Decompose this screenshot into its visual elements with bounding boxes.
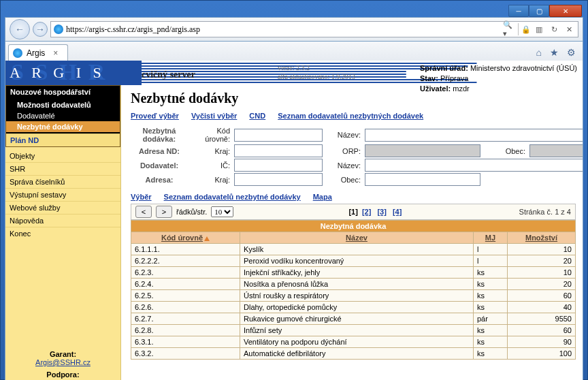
- window-close-button[interactable]: ✕: [549, 5, 582, 17]
- page-link[interactable]: [3]: [377, 208, 386, 216]
- obec-input[interactable]: [365, 173, 480, 186]
- sidebar-item[interactable]: Správa číselníků: [5, 175, 120, 188]
- ie-icon: [54, 25, 63, 34]
- sidebar: Nouzové hospodářství Možnosti dodavatelů…: [5, 85, 121, 380]
- tab-ie-icon: [13, 48, 22, 58]
- sidebar-item[interactable]: SHR: [5, 162, 120, 175]
- orp-readonly: [365, 144, 480, 157]
- filter-link[interactable]: Proveď výběr: [131, 112, 179, 120]
- col-kod[interactable]: Kód úrovně: [131, 232, 240, 244]
- compat-icon[interactable]: ▥: [533, 23, 545, 35]
- filter-link[interactable]: CND: [249, 112, 265, 120]
- filter-link[interactable]: Vyčisti výběr: [191, 112, 237, 120]
- address-bar[interactable]: https://argis-c.sshr.cz/argis_pnd/argis.…: [50, 21, 578, 37]
- page-link: [1]: [348, 208, 357, 216]
- sort-asc-icon: [204, 236, 210, 241]
- kod-input[interactable]: [234, 129, 323, 142]
- garant-mail[interactable]: Argis@SSHR.cz: [35, 358, 91, 366]
- lock-icon: 🔒: [518, 23, 530, 35]
- pager: < > řádků/str. 10 [1] [2] [3] [4] Stránk…: [131, 204, 576, 220]
- table-row[interactable]: 6.3.1.Ventilátory na podporu dýcháníks90: [131, 336, 576, 348]
- sidebar-plan-nd[interactable]: Plán ND: [6, 133, 120, 146]
- table-row[interactable]: 6.2.4.Nosítka a přenosná lůžkaks20: [131, 279, 576, 290]
- group-dodavka: Nezbytná dodávka:: [131, 127, 188, 143]
- group-dodavatel: Dodavatel:: [131, 161, 188, 170]
- window-min-button[interactable]: ─: [508, 5, 529, 17]
- table-caption: Nezbytná dodávka: [131, 221, 576, 232]
- browser-forward-button[interactable]: →: [33, 22, 48, 37]
- page-link[interactable]: [4]: [393, 208, 402, 216]
- table-row[interactable]: 6.2.5.Ústní roušky a respirátoryks60: [131, 290, 576, 302]
- action-link[interactable]: Seznam dodavatelů nezbytné dodávky: [164, 193, 301, 201]
- sidebar-sub-nezbytne[interactable]: Nezbytné dodávky: [6, 121, 120, 132]
- table-row[interactable]: 6.2.2.2.Peroxid vodíku koncentrovanýl20: [131, 255, 576, 267]
- col-mnozstvi[interactable]: Množství: [508, 232, 576, 244]
- header-meta: Správní úřad: Ministerstvo zdravotnictví…: [420, 63, 577, 94]
- sidebar-item[interactable]: Objekty: [5, 150, 120, 162]
- sidebar-sub-dodavatele[interactable]: Dodavatelé: [6, 110, 120, 121]
- table-row[interactable]: 6.2.3.Injekční stříkačky, jehlyks10: [131, 267, 576, 279]
- dodavatel-nazev-input[interactable]: [365, 159, 583, 172]
- url-text: https://argis-c.sshr.cz/argis_pnd/argis.…: [66, 25, 500, 35]
- col-mj[interactable]: MJ: [474, 232, 508, 244]
- action-link[interactable]: Mapa: [313, 193, 332, 201]
- ic-input[interactable]: [234, 159, 323, 172]
- sidebar-sub-moznosti[interactable]: Možnosti dodavatelů: [6, 99, 120, 110]
- version-info: verze: 2.3.2alfa aktualizováno: 1.9.2013: [278, 63, 355, 81]
- gear-icon[interactable]: ⚙: [567, 47, 576, 58]
- obec-nd-readonly: [529, 144, 583, 157]
- col-nazev[interactable]: Název: [240, 232, 474, 244]
- group-adresa-nd: Adresa ND:: [131, 147, 188, 155]
- app-logo: S S H R A R G I S: [5, 61, 142, 85]
- sidebar-support: Garant: Argis@SSHR.cz Podpora: hotline-a…: [5, 343, 120, 380]
- table-row[interactable]: 6.2.7.Rukavice gumové chirurgicképár9550: [131, 313, 576, 325]
- nazev-input[interactable]: [365, 129, 583, 142]
- browser-tab[interactable]: Argis ×: [8, 44, 68, 61]
- table-row[interactable]: 6.2.6.Dlahy, ortopedické pomůckyks40: [131, 302, 576, 313]
- kraj-nd-input[interactable]: [234, 144, 323, 157]
- table-row[interactable]: 6.3.2.Automatické defibrilátoryks100: [131, 348, 576, 360]
- filter-link[interactable]: Seznam dodavatelů nezbytných dodávek: [278, 112, 423, 120]
- stop-icon[interactable]: ✕: [563, 23, 575, 35]
- home-icon[interactable]: ⌂: [536, 47, 542, 58]
- server-label: cvičný server: [142, 69, 195, 80]
- browser-back-button[interactable]: ←: [10, 19, 30, 39]
- refresh-icon[interactable]: ↻: [548, 23, 560, 35]
- sidebar-item[interactable]: Konec: [5, 227, 120, 240]
- tab-title: Argis: [27, 48, 45, 58]
- favorites-icon[interactable]: ★: [550, 47, 559, 58]
- page-info: Stránka č. 1 z 4: [519, 208, 571, 216]
- sidebar-head[interactable]: Nouzové hospodářství: [6, 86, 120, 98]
- group-adresa: Adresa:: [131, 176, 188, 184]
- sidebar-item[interactable]: Výstupní sestavy: [5, 188, 120, 201]
- table-row[interactable]: 6.2.8.Infůzní setyks60: [131, 325, 576, 336]
- action-link[interactable]: Výběr: [131, 193, 152, 201]
- page-prev-button[interactable]: <: [135, 206, 152, 218]
- page-next-button[interactable]: >: [156, 206, 172, 218]
- page-link[interactable]: [2]: [362, 208, 371, 216]
- sidebar-item[interactable]: Nápověda: [5, 214, 120, 227]
- table-row[interactable]: 6.1.1.1.Kyslíkl10: [131, 244, 576, 255]
- kraj-input[interactable]: [234, 173, 323, 186]
- rows-per-page-select[interactable]: 10: [211, 206, 233, 217]
- sidebar-item[interactable]: Webové služby: [5, 201, 120, 214]
- data-table: Nezbytná dodávka Kód úrovně Název MJ Mno…: [131, 220, 576, 360]
- window-max-button[interactable]: ▢: [529, 5, 549, 17]
- tab-close-icon[interactable]: ×: [53, 48, 58, 58]
- search-dropdown-icon[interactable]: 🔍▾: [503, 23, 515, 35]
